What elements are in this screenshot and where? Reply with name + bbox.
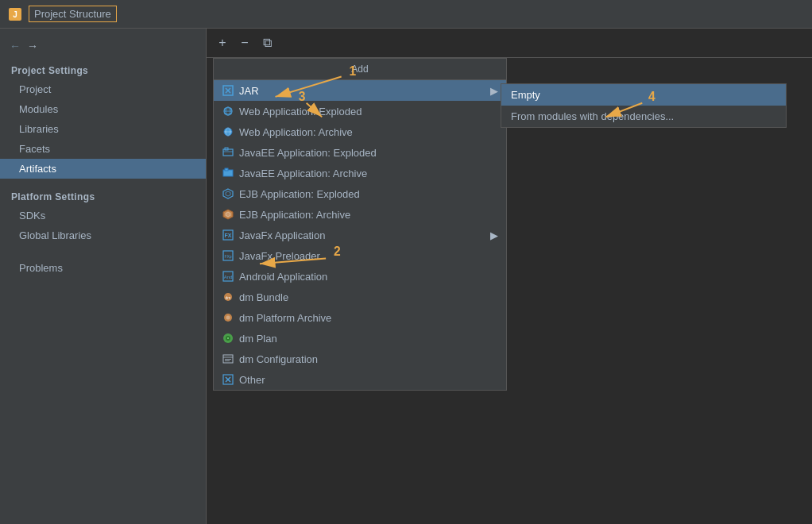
menu-item-dm-plan[interactable]: dm Plan — [214, 328, 506, 349]
dm-bundle-icon: dm — [222, 291, 234, 303]
svg-rect-35 — [223, 355, 233, 363]
javaee-exploded-icon — [222, 146, 234, 159]
jar-submenu-arrow: ▶ — [490, 85, 498, 97]
menu-item-dm-bundle[interactable]: dm dm Bundle — [214, 287, 506, 307]
sidebar-item-artifacts[interactable]: Artifacts — [0, 159, 206, 179]
menu-item-ejb-exploded[interactable]: EJB Application: Exploded — [214, 183, 506, 204]
sidebar-item-global-libraries[interactable]: Global Libraries — [0, 225, 206, 245]
sidebar: ← → Project Settings Project Modules Lib… — [0, 29, 207, 524]
menu-item-dm-bundle-label: dm Bundle — [239, 291, 288, 303]
menu-item-javafx-label: JavaFx Application — [239, 229, 325, 241]
content-area: + − ⧉ Add JAR ▶ — [207, 29, 812, 524]
javaee-archive-icon — [222, 167, 234, 179]
dm-plan-icon — [222, 332, 234, 345]
sidebar-item-project[interactable]: Project — [0, 79, 206, 99]
sidebar-item-facets[interactable]: Facets — [0, 139, 206, 159]
menu-item-ejb-exploded-label: EJB Application: Exploded — [239, 188, 360, 200]
javafx-preloader-icon: FXp — [222, 249, 234, 262]
svg-text:FX: FX — [225, 233, 232, 238]
menu-item-other[interactable]: Other — [214, 369, 506, 390]
submenu-item-empty[interactable]: Empty — [501, 84, 786, 106]
add-menu-header: Add — [214, 59, 506, 80]
jar-icon — [222, 84, 234, 97]
menu-item-dm-plan-label: dm Plan — [239, 333, 277, 345]
menu-item-web-exploded[interactable]: Web Application: Exploded — [214, 101, 506, 121]
svg-marker-21 — [226, 212, 230, 217]
window-title: Project Structure — [29, 6, 117, 22]
sidebar-item-modules[interactable]: Modules — [0, 99, 206, 119]
svg-marker-19 — [226, 191, 230, 196]
menu-item-ejb-archive-label: EJB Application: Archive — [239, 209, 350, 221]
menu-item-javafx-preloader-label: JavaFx Preloader — [239, 250, 320, 262]
svg-rect-17 — [225, 168, 228, 171]
svg-text:dm: dm — [226, 295, 231, 300]
menu-item-android[interactable]: And Android Application — [214, 266, 506, 287]
back-arrow[interactable]: ← — [10, 40, 21, 52]
menu-item-jar[interactable]: JAR ▶ — [214, 80, 506, 101]
menu-item-web-exploded-label: Web Application: Exploded — [239, 106, 362, 118]
toolbar: + − ⧉ — [207, 29, 812, 58]
add-menu: Add JAR ▶ — [213, 58, 507, 391]
menu-item-javaee-exploded-label: JavaEE Application: Exploded — [239, 147, 377, 159]
web-archive-icon — [222, 125, 234, 138]
menu-item-javafx-preloader[interactable]: FXp JavaFx Preloader — [214, 245, 506, 266]
nav-arrows: ← → — [0, 37, 206, 60]
menu-item-dm-platform-label: dm Platform Archive — [239, 312, 331, 324]
menu-item-other-label: Other — [239, 374, 265, 386]
svg-point-31 — [226, 316, 230, 320]
platform-settings-header: Platform Settings — [0, 187, 206, 206]
menu-item-dm-config[interactable]: dm Configuration — [214, 349, 506, 369]
add-button[interactable]: + — [213, 33, 232, 52]
ejb-archive-icon — [222, 208, 234, 221]
javafx-icon: FX — [222, 229, 234, 241]
other-section: Problems — [0, 258, 206, 278]
svg-text:And: And — [224, 275, 233, 279]
forward-arrow[interactable]: → — [27, 40, 38, 52]
menu-item-web-archive-label: Web Application: Archive — [239, 126, 353, 138]
menu-item-dm-config-label: dm Configuration — [239, 353, 318, 365]
web-exploded-icon — [222, 105, 234, 118]
other-icon — [222, 373, 234, 386]
menu-item-jar-label: JAR — [239, 85, 259, 97]
main-layout: ← → Project Settings Project Modules Lib… — [0, 29, 812, 524]
dm-config-icon — [222, 353, 234, 365]
menu-item-javafx[interactable]: FX JavaFx Application ▶ — [214, 225, 506, 245]
project-settings-header: Project Settings — [0, 60, 206, 79]
sidebar-item-problems[interactable]: Problems — [0, 258, 206, 278]
menu-item-javaee-archive[interactable]: JavaEE Application: Archive — [214, 163, 506, 183]
menu-item-ejb-archive[interactable]: EJB Application: Archive — [214, 204, 506, 225]
dm-platform-icon — [222, 311, 234, 324]
sidebar-item-sdks[interactable]: SDKs — [0, 206, 206, 225]
svg-text:FXp: FXp — [224, 254, 231, 259]
jar-submenu: Empty From modules with dependencies... — [501, 83, 787, 128]
menu-area: Add JAR ▶ — [207, 58, 812, 524]
menu-item-javaee-archive-label: JavaEE Application: Archive — [239, 168, 367, 179]
menu-item-android-label: Android Application — [239, 271, 327, 283]
ejb-exploded-icon — [222, 187, 234, 200]
title-bar: J Project Structure — [0, 0, 812, 29]
menu-item-dm-platform[interactable]: dm Platform Archive — [214, 307, 506, 328]
javafx-submenu-arrow: ▶ — [490, 229, 498, 241]
menu-item-web-archive[interactable]: Web Application: Archive — [214, 121, 506, 142]
copy-button[interactable]: ⧉ — [257, 33, 276, 52]
svg-point-34 — [227, 337, 229, 339]
svg-text:J: J — [13, 10, 17, 19]
svg-marker-18 — [223, 189, 233, 198]
submenu-item-from-modules[interactable]: From modules with dependencies... — [501, 106, 786, 127]
app-logo-icon: J — [8, 7, 22, 21]
remove-button[interactable]: − — [235, 33, 254, 52]
android-icon: And — [222, 270, 234, 283]
menu-item-javaee-exploded[interactable]: JavaEE Application: Exploded — [214, 142, 506, 163]
sidebar-item-libraries[interactable]: Libraries — [0, 119, 206, 139]
